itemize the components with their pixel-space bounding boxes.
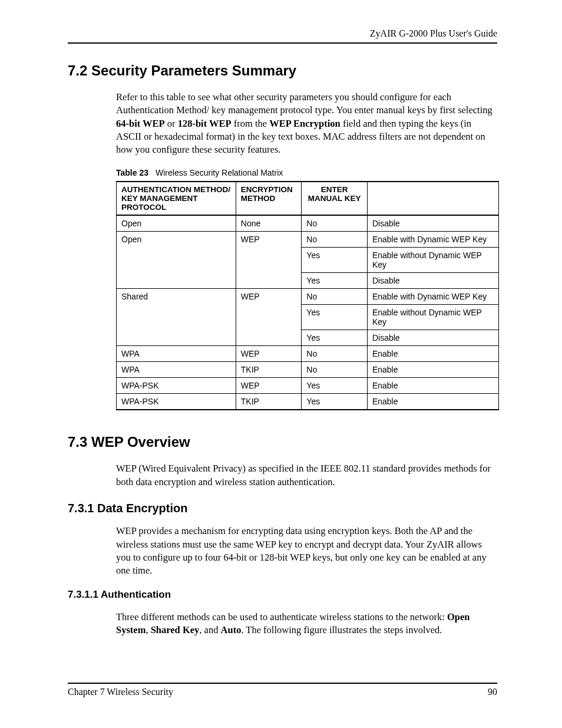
cell-manual-key: No xyxy=(302,362,368,378)
th-manual-key: ENTER MANUAL KEY xyxy=(302,182,368,215)
cell-manual-key: Yes xyxy=(302,330,368,346)
text: , xyxy=(146,624,150,635)
th-result xyxy=(367,182,498,215)
section-7-3-1-1-paragraph: Three different methods can be used to a… xyxy=(116,611,497,637)
table-row: WPA-PSKTKIPYesEnable xyxy=(117,394,499,410)
cell-manual-key: No xyxy=(302,215,368,232)
footer-chapter: Chapter 7 Wireless Security xyxy=(68,687,173,697)
text: Three different methods can be used to a… xyxy=(116,611,447,622)
section-7-3-1-heading: 7.3.1 Data Encryption xyxy=(68,502,497,515)
section-7-2-heading: 7.2 Security Parameters Summary xyxy=(68,62,497,79)
section-7-3-1-1-heading: 7.3.1.1 Authentication xyxy=(68,589,497,601)
text: from the xyxy=(232,118,270,129)
cell-manual-key: Yes xyxy=(302,273,368,289)
bold-text: 64-bit WEP xyxy=(116,118,165,129)
cell-result: Disable xyxy=(367,215,498,232)
cell-manual-key: No xyxy=(302,289,368,305)
cell-result: Enable with Dynamic WEP Key xyxy=(367,289,498,305)
table-row: WPAWEPNoEnable xyxy=(117,346,499,362)
cell-auth: WPA xyxy=(117,346,236,362)
guide-title: ZyAIR G-2000 Plus User's Guide xyxy=(370,28,497,38)
cell-auth: Open xyxy=(117,215,236,232)
table-row: WPATKIPNoEnable xyxy=(117,362,499,378)
bold-text: 128-bit WEP xyxy=(178,118,232,129)
cell-result: Enable without Dynamic WEP Key xyxy=(367,305,498,330)
cell-result: Enable xyxy=(367,394,498,410)
cell-manual-key: Yes xyxy=(302,248,368,273)
cell-result: Enable xyxy=(367,362,498,378)
page-footer: Chapter 7 Wireless Security 90 xyxy=(68,683,497,697)
section-7-3-paragraph: WEP (Wired Equivalent Privacy) as specif… xyxy=(116,462,497,489)
table-number: Table 23 xyxy=(116,168,148,177)
text: or xyxy=(165,118,178,129)
section-7-3-heading: 7.3 WEP Overview xyxy=(68,434,497,450)
text: . The following figure illustrates the s… xyxy=(241,624,442,635)
cell-encryption: WEP xyxy=(236,232,302,289)
cell-encryption: None xyxy=(236,215,302,232)
footer-page-number: 90 xyxy=(488,687,497,697)
cell-auth: Shared xyxy=(117,289,236,346)
cell-manual-key: No xyxy=(302,232,368,248)
cell-encryption: TKIP xyxy=(236,394,302,410)
cell-auth: WPA-PSK xyxy=(117,378,236,394)
security-matrix-table: AUTHENTICATION METHOD/ KEY MANAGEMENT PR… xyxy=(116,181,499,410)
cell-result: Disable xyxy=(367,273,498,289)
text: , and xyxy=(199,624,220,635)
cell-encryption: TKIP xyxy=(236,362,302,378)
cell-auth: WPA-PSK xyxy=(117,394,236,410)
bold-text: Auto xyxy=(221,624,242,635)
th-auth-method: AUTHENTICATION METHOD/ KEY MANAGEMENT PR… xyxy=(117,182,236,215)
bold-text: WEP Encryption xyxy=(269,118,340,129)
table-row: WPA-PSKWEPYesEnable xyxy=(117,378,499,394)
cell-result: Enable with Dynamic WEP Key xyxy=(367,232,498,248)
cell-encryption: WEP xyxy=(236,378,302,394)
table-row: SharedWEPNoEnable with Dynamic WEP Key xyxy=(117,289,499,305)
cell-auth: Open xyxy=(117,232,236,289)
cell-encryption: WEP xyxy=(236,346,302,362)
table-title: Wireless Security Relational Matrix xyxy=(156,168,283,177)
table-caption: Table 23Wireless Security Relational Mat… xyxy=(116,168,497,177)
th-encryption: ENCRYPTION METHOD xyxy=(236,182,302,215)
cell-result: Enable without Dynamic WEP Key xyxy=(367,248,498,273)
section-7-2-paragraph: Refer to this table to see what other se… xyxy=(116,91,497,156)
cell-manual-key: No xyxy=(302,346,368,362)
section-7-3-1-paragraph: WEP provides a mechanism for encrypting … xyxy=(116,525,497,577)
cell-manual-key: Yes xyxy=(302,305,368,330)
cell-result: Enable xyxy=(367,346,498,362)
text: Refer to this table to see what other se… xyxy=(116,91,492,116)
cell-manual-key: Yes xyxy=(302,394,368,410)
cell-result: Enable xyxy=(367,378,498,394)
cell-manual-key: Yes xyxy=(302,378,368,394)
cell-result: Disable xyxy=(367,330,498,346)
table-row: OpenNoneNoDisable xyxy=(117,215,499,232)
table-row: OpenWEPNoEnable with Dynamic WEP Key xyxy=(117,232,499,248)
cell-auth: WPA xyxy=(117,362,236,378)
bold-text: Shared Key xyxy=(151,624,200,635)
cell-encryption: WEP xyxy=(236,289,302,346)
